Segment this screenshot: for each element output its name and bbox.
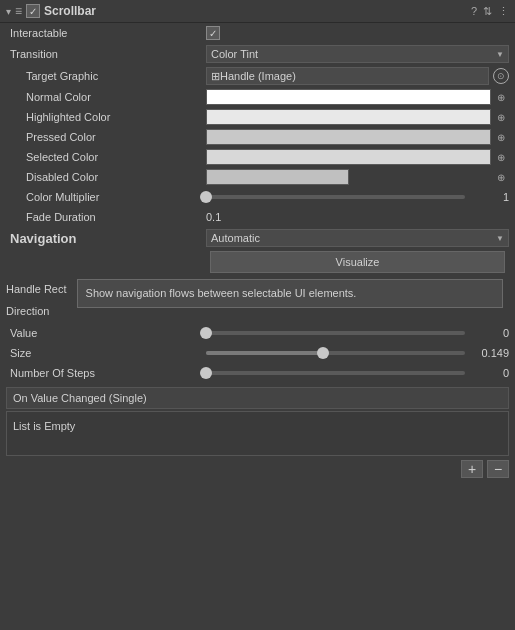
handle-dir-labels: Handle Rect Direction (6, 277, 67, 321)
highlighted-color-value: ⊕ (206, 109, 509, 125)
selected-color-label: Selected Color (6, 151, 206, 163)
collapse-chevron[interactable]: ▾ (6, 6, 11, 17)
highlighted-color-label: Highlighted Color (6, 111, 206, 123)
on-value-changed-header: On Value Changed (Single) (6, 387, 509, 409)
fade-duration-row: Fade Duration 0.1 (0, 207, 515, 227)
color-multiplier-slider[interactable]: 1 (206, 191, 509, 203)
pressed-color-value: ⊕ (206, 129, 509, 145)
visualize-label: Visualize (336, 256, 380, 268)
value-slider-container: 0 (206, 327, 509, 339)
enabled-checkbox[interactable]: ✓ (26, 4, 40, 18)
target-graphic-text: ⊞Handle (Image) (211, 70, 296, 83)
visualize-row: Visualize (0, 249, 515, 275)
transition-dropdown-arrow: ▼ (496, 50, 504, 59)
value-slider[interactable]: 0 (206, 327, 509, 339)
pressed-color-label: Pressed Color (6, 131, 206, 143)
steps-thumb[interactable] (200, 367, 212, 379)
component-title: Scrollbar (44, 4, 467, 18)
visualize-button[interactable]: Visualize (210, 251, 505, 273)
disabled-color-swatch[interactable] (206, 169, 349, 185)
normal-color-row: Normal Color ⊕ (0, 87, 515, 107)
handle-rect-label: Handle Rect (6, 279, 67, 299)
remove-item-button[interactable]: − (487, 460, 509, 478)
tooltip-text: Show navigation flows between selectable… (86, 287, 357, 299)
fade-duration-number: 0.1 (206, 211, 221, 223)
size-fill (206, 351, 323, 355)
color-multiplier-value: 1 (206, 191, 509, 203)
fade-duration-value: 0.1 (206, 211, 509, 223)
normal-color-label: Normal Color (6, 91, 206, 103)
color-multiplier-number: 1 (469, 191, 509, 203)
disabled-color-row: Disabled Color ⊕ (0, 167, 515, 187)
transition-value: Color Tint ▼ (206, 45, 509, 63)
target-graphic-row: Target Graphic ⊞Handle (Image) ⊙ (0, 65, 515, 87)
color-multiplier-track (206, 195, 465, 199)
tooltip-box: Show navigation flows between selectable… (77, 279, 503, 308)
steps-slider[interactable]: 0 (206, 367, 509, 379)
transition-dropdown-text: Color Tint (211, 48, 258, 60)
target-graphic-value: ⊞Handle (Image) ⊙ (206, 67, 509, 85)
interactable-label: Interactable (6, 27, 206, 39)
interactable-row: Interactable ✓ (0, 23, 515, 43)
component-header: ▾ ≡ ✓ Scrollbar ? ⇅ ⋮ (0, 0, 515, 23)
size-track (206, 351, 465, 355)
interactable-checkbox[interactable]: ✓ (206, 26, 220, 40)
size-slider-container: 0.149 (206, 347, 509, 359)
value-label: Value (6, 327, 206, 339)
pressed-color-swatch[interactable] (206, 129, 491, 145)
normal-color-eyedropper[interactable]: ⊕ (493, 89, 509, 105)
color-multiplier-thumb[interactable] (200, 191, 212, 203)
component-icon: ≡ (15, 4, 22, 18)
disabled-color-value: ⊕ (206, 169, 509, 185)
navigation-dropdown[interactable]: Automatic ▼ (206, 229, 509, 247)
direction-label: Direction (6, 301, 67, 321)
selected-color-swatch[interactable] (206, 149, 491, 165)
size-label: Size (6, 347, 206, 359)
list-empty-label: List is Empty (13, 420, 75, 432)
transition-dropdown[interactable]: Color Tint ▼ (206, 45, 509, 63)
steps-number: 0 (469, 367, 509, 379)
transition-label: Transition (6, 48, 206, 60)
normal-color-value: ⊕ (206, 89, 509, 105)
highlighted-color-eyedropper[interactable]: ⊕ (493, 109, 509, 125)
menu-icon[interactable]: ⋮ (498, 5, 509, 18)
add-item-button[interactable]: + (461, 460, 483, 478)
navigation-value: Automatic ▼ (206, 229, 509, 247)
color-multiplier-label: Color Multiplier (6, 191, 206, 203)
pressed-color-eyedropper[interactable]: ⊕ (493, 129, 509, 145)
size-slider[interactable]: 0.149 (206, 347, 509, 359)
header-actions: ? ⇅ ⋮ (471, 5, 509, 18)
selected-color-eyedropper[interactable]: ⊕ (493, 149, 509, 165)
size-thumb[interactable] (317, 347, 329, 359)
navigation-row: Navigation Automatic ▼ (0, 227, 515, 249)
steps-row: Number Of Steps 0 (0, 363, 515, 383)
navigation-label: Navigation (6, 231, 206, 246)
help-icon[interactable]: ? (471, 5, 477, 18)
steps-track (206, 371, 465, 375)
tooltip-handledir-area: Handle Rect Direction Show navigation fl… (0, 275, 515, 323)
disabled-color-eyedropper[interactable]: ⊕ (493, 169, 509, 185)
highlighted-color-row: Highlighted Color ⊕ (0, 107, 515, 127)
value-number: 0 (469, 327, 509, 339)
transition-row: Transition Color Tint ▼ (0, 43, 515, 65)
size-number: 0.149 (469, 347, 509, 359)
pressed-color-row: Pressed Color ⊕ (0, 127, 515, 147)
size-row: Size 0.149 (0, 343, 515, 363)
navigation-dropdown-text: Automatic (211, 232, 260, 244)
list-empty-box: List is Empty (6, 411, 509, 456)
disabled-color-label: Disabled Color (6, 171, 206, 183)
target-graphic-select-icon[interactable]: ⊙ (493, 68, 509, 84)
target-graphic-label: Target Graphic (6, 70, 206, 82)
color-multiplier-row: Color Multiplier 1 (0, 187, 515, 207)
selected-color-value: ⊕ (206, 149, 509, 165)
target-graphic-field[interactable]: ⊞Handle (Image) (206, 67, 489, 85)
value-thumb[interactable] (200, 327, 212, 339)
value-row: Value 0 (0, 323, 515, 343)
layers-icon[interactable]: ⇅ (483, 5, 492, 18)
fade-duration-label: Fade Duration (6, 211, 206, 223)
normal-color-swatch[interactable] (206, 89, 491, 105)
on-value-changed-label: On Value Changed (Single) (13, 392, 147, 404)
highlighted-color-swatch[interactable] (206, 109, 491, 125)
interactable-value: ✓ (206, 26, 509, 40)
navigation-dropdown-arrow: ▼ (496, 234, 504, 243)
